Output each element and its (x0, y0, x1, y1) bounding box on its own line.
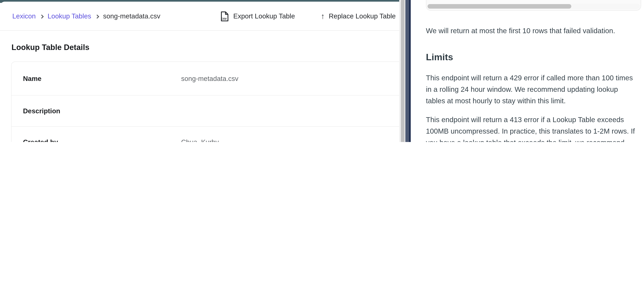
detail-label: Name (23, 75, 42, 82)
docs-panel: We will return at most the first 10 rows… (411, 0, 644, 142)
detail-row-description: Description (12, 96, 399, 127)
lexicon-app-window: Lexicon Lookup Tables song-metadata.csv … (0, 2, 399, 142)
replace-lookup-table-button[interactable]: ↑ Replace Lookup Table (321, 2, 399, 31)
limits-paragraph-1: This endpoint will return a 429 error if… (426, 72, 638, 107)
svg-text:csv: csv (221, 17, 227, 20)
detail-value: Chua, Kurby (181, 138, 219, 142)
limits-heading: Limits (426, 52, 453, 63)
export-button-label: Export Lookup Table (233, 12, 295, 20)
docs-window-edge-slate (406, 0, 409, 142)
left-panel-scrollbar-track (399, 0, 401, 142)
detail-row-created-by: Created by Chua, Kurby (12, 127, 399, 142)
page-title: Lookup Table Details (12, 43, 89, 52)
code-sample-scroll-area (426, 0, 641, 11)
lookup-table-details-card: Name song-metadata.csv Description Creat… (11, 61, 399, 142)
left-panel-scrollbar-thumb[interactable] (401, 0, 404, 142)
limits-paragraph-2-text: This endpoint will return a 413 error if… (426, 116, 635, 142)
screen: Lexicon Lookup Tables song-metadata.csv … (0, 0, 644, 142)
replace-button-label: Replace Lookup Table (329, 12, 396, 20)
up-arrow-icon: ↑ (321, 12, 325, 21)
limits-paragraph-2: This endpoint will return a 413 error if… (426, 114, 638, 142)
export-lookup-table-button[interactable]: csv Export Lookup Table (220, 2, 295, 31)
detail-row-name: Name song-metadata.csv (12, 62, 399, 96)
detail-value: song-metadata.csv (181, 75, 238, 82)
docs-window-edge-navy (409, 0, 411, 142)
app-header: Lexicon Lookup Tables song-metadata.csv … (0, 2, 399, 31)
docs-intro-text: We will return at most the first 10 rows… (426, 25, 638, 36)
detail-label: Description (23, 107, 60, 115)
header-actions: csv Export Lookup Table ↑ Replace Lookup… (0, 2, 399, 31)
csv-file-icon: csv (220, 11, 229, 21)
horizontal-scrollbar-thumb[interactable] (428, 4, 571, 8)
detail-label: Created by (23, 138, 58, 142)
horizontal-scrollbar-track (427, 4, 640, 9)
